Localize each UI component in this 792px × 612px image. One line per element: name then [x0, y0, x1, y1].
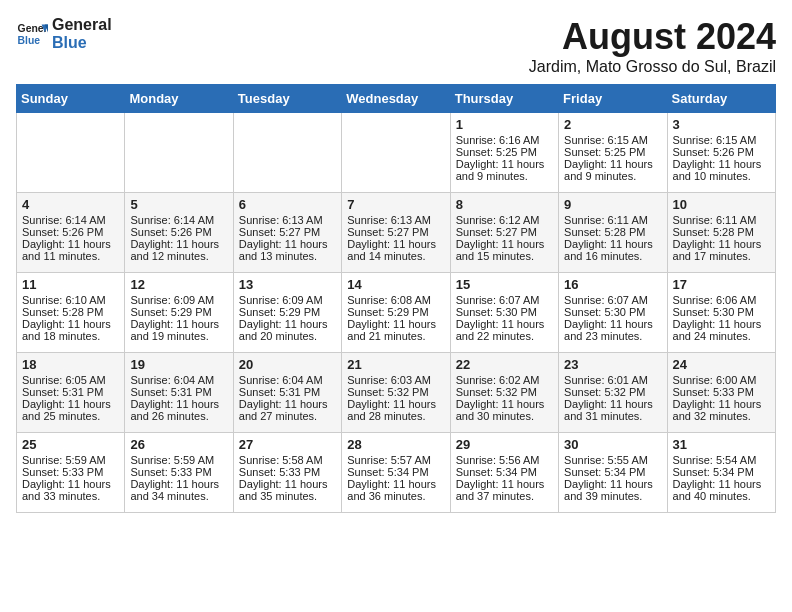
cell-info: Sunrise: 5:59 AM: [130, 454, 227, 466]
cell-info: Sunrise: 5:56 AM: [456, 454, 553, 466]
cell-info: Daylight: 11 hours: [239, 238, 336, 250]
calendar-cell: 20Sunrise: 6:04 AMSunset: 5:31 PMDayligh…: [233, 353, 341, 433]
cell-info: and 39 minutes.: [564, 490, 661, 502]
day-number: 8: [456, 197, 553, 212]
calendar-cell: 18Sunrise: 6:05 AMSunset: 5:31 PMDayligh…: [17, 353, 125, 433]
cell-info: Sunset: 5:33 PM: [673, 386, 770, 398]
cell-info: and 15 minutes.: [456, 250, 553, 262]
cell-info: Sunrise: 6:09 AM: [130, 294, 227, 306]
calendar-cell: 14Sunrise: 6:08 AMSunset: 5:29 PMDayligh…: [342, 273, 450, 353]
cell-info: Sunset: 5:28 PM: [673, 226, 770, 238]
cell-info: Daylight: 11 hours: [673, 318, 770, 330]
day-number: 14: [347, 277, 444, 292]
logo: General Blue General Blue: [16, 16, 112, 51]
calendar-body: 1Sunrise: 6:16 AMSunset: 5:25 PMDaylight…: [17, 113, 776, 513]
cell-info: Sunset: 5:28 PM: [564, 226, 661, 238]
day-number: 16: [564, 277, 661, 292]
calendar-cell: 5Sunrise: 6:14 AMSunset: 5:26 PMDaylight…: [125, 193, 233, 273]
week-row-2: 4Sunrise: 6:14 AMSunset: 5:26 PMDaylight…: [17, 193, 776, 273]
cell-info: Sunset: 5:34 PM: [564, 466, 661, 478]
calendar-header: SundayMondayTuesdayWednesdayThursdayFrid…: [17, 85, 776, 113]
calendar-cell: 1Sunrise: 6:16 AMSunset: 5:25 PMDaylight…: [450, 113, 558, 193]
cell-info: Sunrise: 6:01 AM: [564, 374, 661, 386]
day-number: 5: [130, 197, 227, 212]
cell-info: Sunset: 5:29 PM: [239, 306, 336, 318]
cell-info: Daylight: 11 hours: [456, 158, 553, 170]
calendar-cell: 22Sunrise: 6:02 AMSunset: 5:32 PMDayligh…: [450, 353, 558, 433]
cell-info: and 34 minutes.: [130, 490, 227, 502]
cell-info: Sunset: 5:27 PM: [347, 226, 444, 238]
cell-info: Daylight: 11 hours: [564, 318, 661, 330]
calendar-cell: 17Sunrise: 6:06 AMSunset: 5:30 PMDayligh…: [667, 273, 775, 353]
cell-info: Daylight: 11 hours: [673, 158, 770, 170]
cell-info: and 25 minutes.: [22, 410, 119, 422]
cell-info: and 23 minutes.: [564, 330, 661, 342]
cell-info: Sunrise: 5:59 AM: [22, 454, 119, 466]
day-number: 1: [456, 117, 553, 132]
calendar-cell: 6Sunrise: 6:13 AMSunset: 5:27 PMDaylight…: [233, 193, 341, 273]
logo-blue: Blue: [52, 34, 112, 52]
cell-info: Daylight: 11 hours: [673, 398, 770, 410]
cell-info: and 33 minutes.: [22, 490, 119, 502]
calendar-cell: [342, 113, 450, 193]
cell-info: Daylight: 11 hours: [22, 478, 119, 490]
calendar-cell: [125, 113, 233, 193]
cell-info: Daylight: 11 hours: [564, 398, 661, 410]
cell-info: Sunset: 5:30 PM: [564, 306, 661, 318]
calendar-cell: 13Sunrise: 6:09 AMSunset: 5:29 PMDayligh…: [233, 273, 341, 353]
page-header: General Blue General Blue August 2024 Ja…: [16, 16, 776, 76]
cell-info: Daylight: 11 hours: [456, 238, 553, 250]
calendar-cell: [17, 113, 125, 193]
cell-info: Sunrise: 6:07 AM: [456, 294, 553, 306]
cell-info: Sunrise: 6:12 AM: [456, 214, 553, 226]
cell-info: Daylight: 11 hours: [130, 398, 227, 410]
cell-info: Sunset: 5:31 PM: [22, 386, 119, 398]
cell-info: Sunrise: 6:00 AM: [673, 374, 770, 386]
cell-info: Sunset: 5:34 PM: [673, 466, 770, 478]
calendar-cell: 25Sunrise: 5:59 AMSunset: 5:33 PMDayligh…: [17, 433, 125, 513]
cell-info: and 27 minutes.: [239, 410, 336, 422]
cell-info: Daylight: 11 hours: [673, 238, 770, 250]
cell-info: Daylight: 11 hours: [22, 318, 119, 330]
cell-info: Daylight: 11 hours: [347, 318, 444, 330]
calendar-cell: 29Sunrise: 5:56 AMSunset: 5:34 PMDayligh…: [450, 433, 558, 513]
cell-info: Daylight: 11 hours: [22, 238, 119, 250]
cell-info: Sunset: 5:26 PM: [130, 226, 227, 238]
week-row-4: 18Sunrise: 6:05 AMSunset: 5:31 PMDayligh…: [17, 353, 776, 433]
cell-info: and 17 minutes.: [673, 250, 770, 262]
day-number: 24: [673, 357, 770, 372]
day-number: 13: [239, 277, 336, 292]
calendar-cell: 19Sunrise: 6:04 AMSunset: 5:31 PMDayligh…: [125, 353, 233, 433]
cell-info: Sunset: 5:26 PM: [673, 146, 770, 158]
subtitle: Jardim, Mato Grosso do Sul, Brazil: [529, 58, 776, 76]
cell-info: Sunrise: 6:13 AM: [347, 214, 444, 226]
cell-info: and 13 minutes.: [239, 250, 336, 262]
cell-info: and 22 minutes.: [456, 330, 553, 342]
cell-info: Daylight: 11 hours: [564, 158, 661, 170]
cell-info: Sunset: 5:29 PM: [130, 306, 227, 318]
header-row: SundayMondayTuesdayWednesdayThursdayFrid…: [17, 85, 776, 113]
cell-info: Sunset: 5:25 PM: [456, 146, 553, 158]
calendar-cell: 9Sunrise: 6:11 AMSunset: 5:28 PMDaylight…: [559, 193, 667, 273]
day-number: 31: [673, 437, 770, 452]
day-number: 23: [564, 357, 661, 372]
day-number: 7: [347, 197, 444, 212]
day-number: 12: [130, 277, 227, 292]
cell-info: and 14 minutes.: [347, 250, 444, 262]
calendar-cell: 7Sunrise: 6:13 AMSunset: 5:27 PMDaylight…: [342, 193, 450, 273]
cell-info: and 18 minutes.: [22, 330, 119, 342]
cell-info: Daylight: 11 hours: [564, 478, 661, 490]
cell-info: Sunset: 5:29 PM: [347, 306, 444, 318]
title-block: August 2024 Jardim, Mato Grosso do Sul, …: [529, 16, 776, 76]
calendar-cell: 24Sunrise: 6:00 AMSunset: 5:33 PMDayligh…: [667, 353, 775, 433]
calendar-table: SundayMondayTuesdayWednesdayThursdayFrid…: [16, 84, 776, 513]
cell-info: and 36 minutes.: [347, 490, 444, 502]
cell-info: Daylight: 11 hours: [239, 318, 336, 330]
header-cell-monday: Monday: [125, 85, 233, 113]
cell-info: Sunrise: 6:04 AM: [239, 374, 336, 386]
cell-info: and 32 minutes.: [673, 410, 770, 422]
cell-info: and 30 minutes.: [456, 410, 553, 422]
cell-info: and 31 minutes.: [564, 410, 661, 422]
cell-info: Sunset: 5:32 PM: [456, 386, 553, 398]
cell-info: Sunrise: 6:08 AM: [347, 294, 444, 306]
